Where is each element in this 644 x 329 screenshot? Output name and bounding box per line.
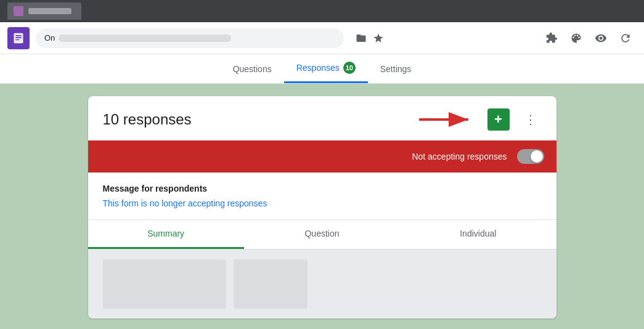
more-options-button[interactable]: ⋮ — [520, 108, 542, 131]
blurred-section — [88, 250, 556, 319]
browser-actions — [540, 27, 637, 49]
svg-rect-3 — [15, 39, 20, 40]
message-section: Message for respondents This form is no … — [88, 173, 556, 220]
svg-rect-2 — [15, 37, 22, 38]
summary-tabs: Summary Question Individual — [88, 220, 556, 250]
message-text: This form is no longer accepting respons… — [103, 198, 542, 208]
blurred-chart — [103, 259, 226, 309]
address-icons — [355, 32, 385, 44]
responses-badge: 10 — [343, 62, 356, 74]
forms-icon — [12, 32, 25, 44]
accepting-responses-toggle[interactable] — [517, 149, 544, 164]
tab-title-blur — [28, 8, 71, 14]
not-accepting-banner: Not accepting responses — [88, 140, 556, 173]
address-bar-row: On — [0, 22, 644, 54]
tab-question[interactable]: Question — [244, 220, 400, 249]
tab-favicon — [14, 6, 23, 16]
tab-responses[interactable]: Responses 10 — [284, 54, 368, 83]
address-text: On — [44, 33, 55, 43]
paint-btn[interactable] — [565, 27, 587, 49]
response-count: 10 responses — [103, 111, 192, 128]
eye-btn[interactable] — [590, 27, 612, 49]
forms-nav: Questions Responses 10 Settings — [0, 54, 644, 84]
red-arrow-svg — [416, 110, 478, 129]
add-to-sheets-button[interactable]: + — [487, 108, 510, 131]
message-label: Message for respondents — [103, 184, 542, 193]
tab-individual[interactable]: Individual — [400, 220, 556, 249]
card-header: 10 responses + — [88, 96, 556, 140]
toggle-knob — [531, 150, 543, 163]
star-icon[interactable] — [372, 32, 385, 44]
header-actions: + ⋮ — [416, 108, 542, 131]
tab-summary[interactable]: Summary — [88, 220, 244, 249]
folder-icon[interactable] — [355, 32, 367, 44]
not-accepting-text: Not accepting responses — [412, 152, 507, 161]
address-bar[interactable]: On — [36, 28, 344, 48]
red-arrow-indicator — [416, 110, 478, 129]
browser-tab[interactable] — [7, 2, 81, 20]
extensions-btn[interactable] — [540, 27, 563, 49]
main-content: 10 responses + — [0, 84, 644, 329]
svg-rect-1 — [15, 35, 22, 36]
browser-chrome — [0, 0, 644, 22]
tab-questions[interactable]: Questions — [221, 57, 284, 83]
refresh-btn[interactable] — [614, 27, 637, 49]
blurred-chart-2 — [234, 259, 308, 309]
response-card: 10 responses + — [88, 96, 556, 319]
tab-settings[interactable]: Settings — [368, 57, 424, 83]
address-blurred — [59, 35, 231, 42]
app-icon — [7, 27, 30, 49]
